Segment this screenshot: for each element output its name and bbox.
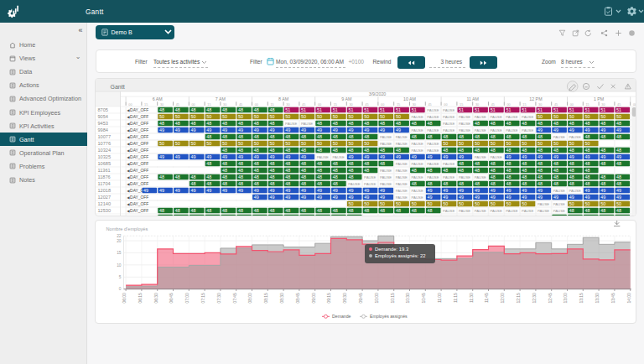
svg-text:48: 48 <box>270 148 275 153</box>
svg-text:49: 49 <box>301 188 306 193</box>
svg-text:51: 51 <box>412 107 417 112</box>
svg-text:49: 49 <box>600 127 605 133</box>
svg-text:45: 45 <box>176 103 179 107</box>
svg-text:11:00: 11:00 <box>438 293 442 303</box>
svg-text:30: 30 <box>160 103 164 107</box>
svg-text:50: 50 <box>364 141 369 146</box>
svg-text:48: 48 <box>317 208 322 213</box>
svg-text:48: 48 <box>380 148 385 153</box>
svg-text:49: 49 <box>616 188 621 193</box>
svg-text:50: 50 <box>459 201 464 206</box>
svg-text:00: 00 <box>128 103 132 107</box>
svg-text:48: 48 <box>222 121 227 126</box>
svg-text:48: 48 <box>600 161 605 166</box>
svg-text:49: 49 <box>175 154 180 159</box>
svg-text:PAUSE: PAUSE <box>475 155 486 159</box>
svg-text:48: 48 <box>553 215 558 216</box>
svg-text:48: 48 <box>206 215 211 216</box>
svg-text:49: 49 <box>143 188 148 193</box>
svg-text:48: 48 <box>443 168 448 173</box>
svg-text:50: 50 <box>270 114 275 119</box>
svg-text:50: 50 <box>600 114 605 119</box>
svg-text:48: 48 <box>412 121 417 126</box>
svg-text:PAUSE: PAUSE <box>443 216 454 216</box>
svg-text:PAUSE: PAUSE <box>396 162 408 166</box>
svg-text:12 PM: 12 PM <box>529 96 542 101</box>
svg-text:6 AM: 6 AM <box>153 96 163 101</box>
svg-text:49: 49 <box>569 154 574 159</box>
svg-text:49: 49 <box>396 127 401 133</box>
svg-text:PAUSE: PAUSE <box>522 216 533 216</box>
svg-text:10776: 10776 <box>98 141 112 146</box>
svg-text:DAY_OFF: DAY_OFF <box>130 142 148 146</box>
svg-text:48: 48 <box>475 134 480 139</box>
svg-text:50: 50 <box>285 114 290 119</box>
svg-text:49: 49 <box>428 154 433 159</box>
svg-text:50: 50 <box>506 141 512 146</box>
svg-text:48: 48 <box>301 208 306 213</box>
svg-text:PAUSE: PAUSE <box>396 189 408 193</box>
svg-text:48: 48 <box>412 208 417 213</box>
svg-text:48: 48 <box>585 181 590 186</box>
svg-text:49: 49 <box>238 188 243 193</box>
svg-text:30: 30 <box>350 103 353 107</box>
svg-text:48: 48 <box>175 121 180 126</box>
svg-text:50: 50 <box>553 114 558 119</box>
svg-text:49: 49 <box>175 188 180 193</box>
svg-text:PAUSE: PAUSE <box>443 122 454 126</box>
svg-text:49: 49 <box>459 195 464 200</box>
svg-text:48: 48 <box>538 174 543 179</box>
svg-text:48: 48 <box>459 134 464 139</box>
svg-text:48: 48 <box>428 121 433 126</box>
svg-text:48: 48 <box>491 148 496 153</box>
svg-text:48: 48 <box>522 121 527 126</box>
svg-text:PAUSE: PAUSE <box>475 209 486 213</box>
svg-text:49: 49 <box>254 154 259 159</box>
svg-text:49: 49 <box>522 154 527 159</box>
svg-text:PAUSE: PAUSE <box>491 216 502 216</box>
svg-text:48: 48 <box>238 215 243 216</box>
svg-text:50: 50 <box>254 141 259 146</box>
svg-text:48: 48 <box>522 161 527 166</box>
svg-text:10 AM: 10 AM <box>403 96 416 101</box>
svg-text:48: 48 <box>538 161 543 166</box>
svg-text:49: 49 <box>443 195 448 200</box>
svg-text:49: 49 <box>364 188 369 193</box>
svg-text:DAY_OFF: DAY_OFF <box>130 135 148 139</box>
svg-text:48: 48 <box>254 208 259 213</box>
svg-text:48: 48 <box>616 174 621 179</box>
svg-text:50: 50 <box>585 141 590 146</box>
svg-text:48: 48 <box>222 168 227 173</box>
svg-text:PAUSE: PAUSE <box>459 216 470 216</box>
svg-text:10: 10 <box>117 263 122 268</box>
svg-text:50: 50 <box>491 201 496 206</box>
svg-text:50: 50 <box>475 141 480 146</box>
svg-text:49: 49 <box>191 154 196 159</box>
svg-text:7 AM: 7 AM <box>216 96 226 101</box>
svg-text:48: 48 <box>175 107 180 112</box>
svg-text:PAUSE: PAUSE <box>553 209 565 213</box>
svg-text:PAUSE: PAUSE <box>317 155 329 159</box>
svg-text:48: 48 <box>491 174 496 179</box>
svg-text:49: 49 <box>349 195 354 200</box>
svg-text:50: 50 <box>238 114 243 119</box>
svg-text:48: 48 <box>333 148 338 153</box>
svg-text:49: 49 <box>159 127 164 133</box>
svg-text:48: 48 <box>506 161 512 166</box>
svg-text:50: 50 <box>159 114 164 119</box>
svg-text:49: 49 <box>506 154 512 159</box>
svg-text:48: 48 <box>333 168 338 173</box>
svg-text:PAUSE: PAUSE <box>396 175 408 179</box>
svg-text:49: 49 <box>475 188 480 193</box>
svg-text:50: 50 <box>222 141 227 146</box>
svg-text:50: 50 <box>175 114 180 119</box>
svg-text:48: 48 <box>491 161 496 166</box>
svg-text:48: 48 <box>569 181 574 186</box>
svg-text:9984: 9984 <box>98 127 108 133</box>
svg-text:48: 48 <box>600 134 605 139</box>
svg-text:49: 49 <box>522 188 527 193</box>
svg-text:48: 48 <box>396 208 401 213</box>
svg-text:50: 50 <box>569 201 574 206</box>
svg-text:48: 48 <box>475 121 480 126</box>
svg-text:49: 49 <box>285 127 290 133</box>
